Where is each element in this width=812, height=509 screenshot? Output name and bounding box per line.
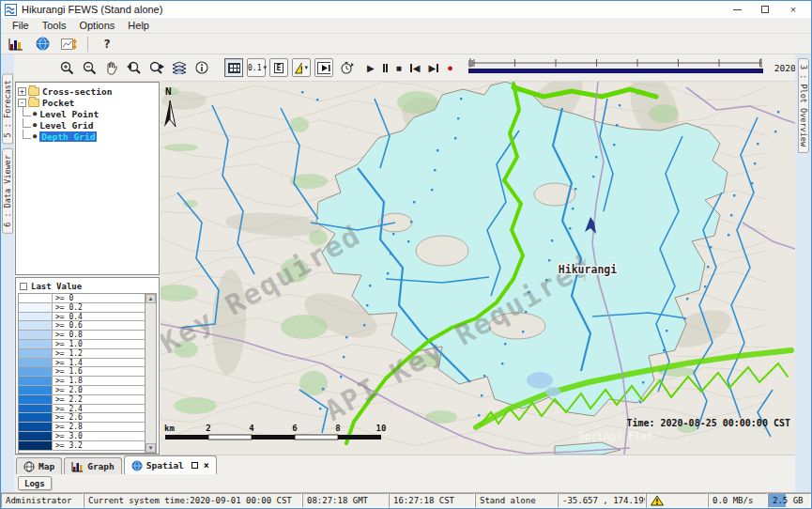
menu-options[interactable]: Options (72, 19, 121, 32)
globe-icon (131, 460, 143, 471)
tree-connector (23, 130, 31, 139)
scroll-up-icon[interactable]: ▲ (146, 294, 156, 303)
folder-icon (28, 99, 39, 107)
legend-color-swatch (19, 423, 53, 431)
tab-spatial[interactable]: Spatial × (124, 455, 217, 474)
logs-button[interactable]: Logs (18, 476, 52, 490)
play-button[interactable]: ▶ (367, 63, 375, 73)
legend-row[interactable]: >= 0.6 (19, 321, 145, 331)
map-view[interactable]: API Key Required API Key Required N km (161, 82, 795, 455)
maximize-button[interactable] (751, 2, 779, 17)
legend-scrollbar[interactable]: ▲ ▼ (145, 294, 156, 453)
time-slider-track[interactable] (467, 57, 765, 74)
status-memory: 2.5 GB (768, 493, 811, 508)
legend-row-label: >= 2.4 (53, 405, 145, 413)
legend-row[interactable]: >= 1.8 (19, 377, 145, 386)
animation-button[interactable] (314, 58, 333, 77)
step-forward-button[interactable]: ▶ (428, 63, 438, 73)
grid-display-button[interactable] (224, 58, 243, 77)
pan-button[interactable] (102, 58, 121, 77)
tree-item-label: Pocket (42, 98, 74, 108)
tree-item-level-point[interactable]: ● Level Point (17, 108, 158, 119)
movie-icon (317, 62, 330, 74)
classbreaks-dropdown[interactable]: 0.1 ▾ (247, 58, 266, 77)
record-button[interactable]: ● (447, 62, 453, 73)
scroll-down-icon[interactable]: ▼ (146, 443, 156, 453)
step-back-button[interactable]: ◀ (410, 63, 421, 73)
layers-button[interactable] (170, 58, 189, 77)
close-tab-icon[interactable]: × (204, 460, 209, 470)
info-button[interactable] (192, 58, 211, 77)
legend-row[interactable]: >= 0.4 (19, 313, 145, 322)
pause-button[interactable] (383, 64, 388, 72)
dock-tab-plot-overview[interactable]: 3 : Plot Overview (798, 58, 809, 153)
legend-row[interactable]: >= 0.2 (19, 303, 145, 313)
last-value-option[interactable]: Last Value (18, 280, 157, 293)
time-series-display-button[interactable] (58, 36, 79, 53)
legend-row[interactable]: >= 1.4 (19, 359, 145, 368)
menu-tools[interactable]: Tools (36, 19, 73, 32)
maximize-icon (761, 6, 769, 13)
expand-icon[interactable]: + (18, 87, 26, 96)
legend-row[interactable]: >= 2.2 (19, 395, 145, 405)
map-canvas[interactable]: API Key Required API Key Required N km (161, 82, 795, 455)
tree-item-level-grid[interactable]: ● Level Grid (17, 119, 158, 131)
tab-map[interactable]: Map (16, 457, 62, 474)
tree-item-depth-grid[interactable]: ● Depth Grid (17, 131, 158, 142)
legend-row[interactable]: >= 0 (19, 294, 145, 303)
legend-row[interactable]: >= 3.0 (19, 432, 145, 441)
tree-item-cross-section[interactable]: + Cross-section (17, 85, 158, 97)
title-bar: Hikurangi FEWS (Stand alone) × (1, 1, 811, 18)
legend-row[interactable]: >= 2.0 (19, 386, 145, 395)
tab-graph[interactable]: Graph (64, 457, 122, 474)
classbreaks-value: 0.1 (248, 64, 261, 72)
close-button[interactable]: × (779, 2, 807, 17)
last-value-checkbox[interactable] (20, 283, 27, 290)
collapse-icon[interactable]: - (18, 99, 26, 107)
bullet-icon: ● (33, 110, 37, 117)
tree-item-pocket[interactable]: - Pocket (17, 97, 158, 108)
time-slider[interactable] (467, 57, 765, 78)
layers-tree: + Cross-section - Pocket ● Level (15, 82, 160, 275)
legend-button[interactable]: E (269, 58, 288, 77)
map-display-button[interactable] (32, 36, 53, 53)
legend-row[interactable]: >= 0.8 (19, 331, 145, 340)
legend-row[interactable]: >= 2.8 (19, 423, 145, 432)
legend-row[interactable]: >= 3.2 (19, 441, 145, 451)
svg-text:6: 6 (292, 424, 297, 433)
tab-label: Graph (87, 461, 115, 471)
help-button[interactable]: ? (97, 36, 117, 53)
export-animation-button[interactable] (337, 58, 356, 77)
forecast-manager-button[interactable] (6, 36, 26, 53)
zoom-out-button[interactable] (80, 58, 99, 77)
legend-row-label: >= 1.6 (53, 367, 145, 376)
legend-panel: Last Value >= 0>= 0.2>= 0.4>= 0.6>= 0.8>… (15, 277, 160, 455)
legend-row[interactable]: >= 2.4 (19, 405, 145, 414)
legend-row[interactable]: >= 2.6 (19, 413, 145, 423)
dock-tab-data-viewer[interactable]: 6 : Data Viewer (2, 148, 13, 234)
svg-text:8: 8 (335, 424, 340, 433)
legend-row[interactable]: >= 1.2 (19, 349, 145, 359)
maximize-tab-icon[interactable] (192, 462, 198, 469)
dock-tab-forecast[interactable]: 5 : Forecast (2, 73, 13, 144)
legend-row[interactable]: >= 1.0 (19, 340, 145, 349)
status-system-time: Current system time:2020-09-01 00:00 CST (84, 493, 302, 508)
stop-button[interactable]: ■ (396, 63, 402, 73)
legend-color-swatch (19, 432, 53, 440)
legend-color-swatch (19, 303, 53, 312)
bar-chart-icon (71, 461, 84, 472)
timer-icon (340, 61, 354, 75)
zoom-next-button[interactable] (147, 58, 166, 77)
zoom-previous-button[interactable] (125, 58, 144, 77)
minimize-button[interactable] (723, 2, 751, 17)
legend-color-swatch (19, 331, 53, 339)
time-slider-handle[interactable] (468, 60, 473, 67)
menu-help[interactable]: Help (121, 19, 156, 32)
thresholds-dropdown[interactable]: ▾ (292, 58, 311, 77)
main-toolbar: ? (1, 34, 811, 54)
menu-file[interactable]: File (6, 19, 36, 32)
status-warning-cell[interactable] (646, 493, 708, 508)
legend-row[interactable]: >= 1.6 (19, 367, 145, 377)
step-back-icon: ◀ (413, 63, 421, 73)
zoom-in-button[interactable] (57, 58, 76, 77)
